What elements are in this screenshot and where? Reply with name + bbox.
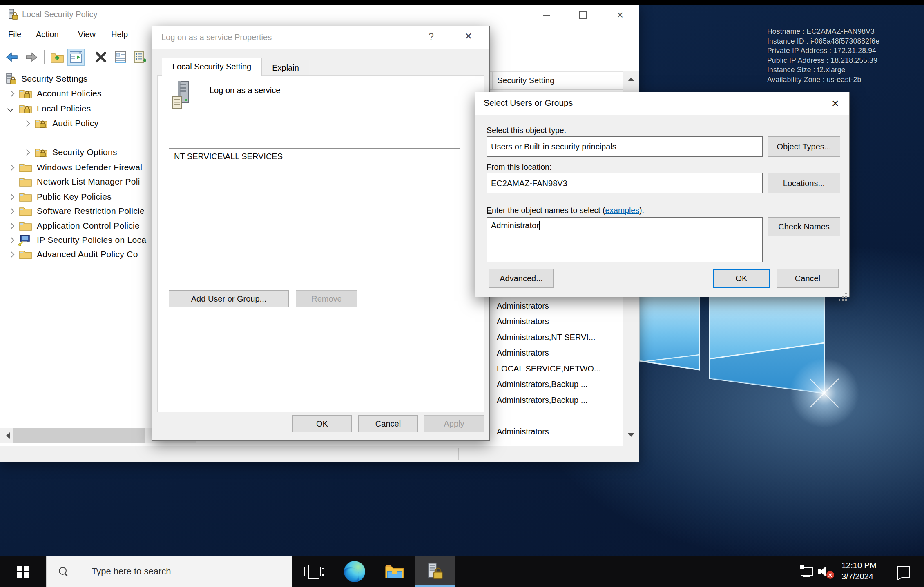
info-private-ip: Private IP Address : 172.31.28.94 bbox=[767, 46, 879, 56]
chevron-right-icon[interactable] bbox=[8, 193, 15, 200]
location-label: From this location: bbox=[487, 162, 551, 172]
menu-view[interactable]: View bbox=[78, 30, 96, 39]
taskbar-clock[interactable]: 12:10 PM 3/7/2024 bbox=[841, 560, 882, 582]
properties-doc-icon bbox=[113, 50, 128, 64]
clock-time: 12:10 PM bbox=[841, 560, 882, 571]
examples-link[interactable]: examples bbox=[605, 206, 639, 215]
chevron-right-icon[interactable] bbox=[8, 222, 15, 229]
column-divider[interactable] bbox=[613, 73, 613, 88]
object-names-label: Enter the object names to select (exampl… bbox=[487, 206, 644, 215]
info-public-ip: Public IP Address : 18.218.255.39 bbox=[767, 56, 879, 66]
object-type-field[interactable]: Users or Built-in security principals bbox=[487, 136, 763, 157]
delete-button[interactable] bbox=[92, 49, 109, 66]
export-list-icon bbox=[133, 50, 147, 64]
column-header-security-setting[interactable]: Security Setting bbox=[492, 72, 554, 89]
resize-grip[interactable] bbox=[845, 293, 847, 294]
cancel-button[interactable]: Cancel bbox=[358, 415, 418, 432]
location-field[interactable]: EC2AMAZ-FAN98V3 bbox=[487, 173, 763, 193]
list-item[interactable]: Administrators bbox=[497, 345, 619, 361]
folder-lock-icon bbox=[34, 118, 48, 129]
start-button[interactable] bbox=[4, 556, 42, 587]
locations-button[interactable]: Locations... bbox=[768, 173, 840, 193]
chevron-right-icon[interactable] bbox=[24, 120, 30, 127]
list-item[interactable]: Administrators bbox=[497, 314, 619, 329]
add-user-or-group-button[interactable]: Add User or Group... bbox=[169, 290, 289, 307]
object-names-input[interactable]: Administrator bbox=[487, 217, 763, 262]
info-instance-size: Instance Size : t2.xlarge bbox=[767, 65, 879, 75]
chevron-right-icon[interactable] bbox=[8, 208, 15, 214]
export-list-button[interactable] bbox=[132, 49, 149, 66]
object-types-button[interactable]: Object Types... bbox=[768, 136, 840, 157]
close-icon[interactable]: × bbox=[832, 97, 839, 109]
forward-button[interactable] bbox=[22, 49, 40, 66]
properties-titlebar[interactable]: Log on as a service Properties ? × bbox=[152, 26, 489, 49]
info-instance-id: Instance ID : i-065a48f5730882f6e bbox=[767, 37, 879, 47]
list-item[interactable]: Administrators bbox=[497, 298, 619, 314]
task-view-button[interactable] bbox=[300, 556, 326, 587]
maximize-button[interactable] bbox=[574, 5, 592, 25]
menu-file[interactable]: File bbox=[8, 30, 21, 39]
lsp-statusbar bbox=[0, 446, 639, 462]
scroll-up-button[interactable] bbox=[623, 71, 639, 87]
top-black-strip bbox=[0, 0, 924, 5]
lsp-window-title: Local Security Policy bbox=[22, 10, 98, 19]
folder-icon bbox=[19, 249, 33, 260]
server-lock-icon bbox=[5, 73, 17, 85]
ok-button[interactable]: OK bbox=[713, 269, 770, 288]
tab-explain[interactable]: Explain bbox=[262, 60, 309, 76]
list-item[interactable]: Administrators,Backup ... bbox=[497, 376, 619, 392]
ok-button[interactable]: OK bbox=[292, 415, 352, 432]
menu-action[interactable]: Action bbox=[36, 30, 59, 39]
scroll-down-button[interactable] bbox=[623, 427, 639, 442]
apply-button[interactable]: Apply bbox=[424, 415, 484, 432]
tab-local-security-setting[interactable]: Local Security Setting bbox=[162, 58, 262, 76]
arrow-up-icon bbox=[628, 78, 634, 81]
show-console-tree-button[interactable] bbox=[67, 49, 85, 66]
action-center-button[interactable] bbox=[896, 556, 914, 587]
menu-help[interactable]: Help bbox=[111, 30, 128, 39]
policy-server-icon bbox=[171, 80, 194, 110]
close-icon[interactable]: × bbox=[465, 30, 472, 42]
taskbar-search[interactable]: Type here to search bbox=[46, 556, 292, 587]
folder-icon bbox=[19, 162, 33, 173]
chevron-right-icon[interactable] bbox=[8, 90, 15, 97]
select-dialog-titlebar[interactable]: Select Users or Groups × bbox=[475, 92, 849, 115]
edge-icon bbox=[344, 561, 365, 582]
properties-button[interactable] bbox=[112, 49, 129, 66]
lsp-taskbar-button[interactable] bbox=[415, 556, 455, 587]
cancel-button[interactable]: Cancel bbox=[777, 269, 839, 288]
remove-button[interactable]: Remove bbox=[296, 290, 357, 307]
chevron-right-icon[interactable] bbox=[8, 251, 15, 258]
help-icon[interactable]: ? bbox=[429, 31, 434, 42]
console-tree-icon bbox=[69, 50, 83, 64]
file-explorer-icon bbox=[385, 563, 404, 580]
properties-dialog-title: Log on as a service Properties bbox=[161, 33, 272, 42]
action-center-icon bbox=[896, 565, 910, 578]
list-item[interactable]: Administrators,Backup ... bbox=[497, 392, 619, 408]
members-listbox[interactable]: NT SERVICE\ALL SERVICES bbox=[169, 148, 460, 285]
chevron-right-icon[interactable] bbox=[8, 237, 15, 243]
member-item[interactable]: NT SERVICE\ALL SERVICES bbox=[169, 149, 460, 161]
search-icon bbox=[59, 567, 68, 576]
file-explorer-button[interactable] bbox=[382, 556, 407, 587]
network-tray-button[interactable] bbox=[800, 556, 816, 587]
minimize-button[interactable] bbox=[537, 5, 556, 25]
lsp-titlebar[interactable]: Local Security Policy × bbox=[0, 5, 639, 25]
back-button[interactable] bbox=[4, 49, 21, 66]
chevron-right-icon[interactable] bbox=[8, 164, 15, 171]
list-item[interactable]: Administrators,NT SERVI... bbox=[497, 329, 619, 345]
list-item[interactable] bbox=[497, 408, 619, 424]
up-one-level-button[interactable] bbox=[49, 49, 66, 66]
instance-info-block: Hostname : EC2AMAZ-FAN98V3 Instance ID :… bbox=[767, 27, 879, 84]
chevron-down-icon[interactable] bbox=[7, 105, 14, 112]
edge-button[interactable] bbox=[341, 556, 368, 587]
check-names-button[interactable]: Check Names bbox=[768, 217, 840, 236]
advanced-button[interactable]: Advanced... bbox=[489, 269, 554, 288]
chevron-right-icon[interactable] bbox=[24, 149, 30, 156]
volume-tray-button[interactable] bbox=[818, 556, 836, 587]
scrollbar-thumb[interactable] bbox=[13, 428, 145, 443]
list-item[interactable]: Administrators bbox=[497, 424, 619, 440]
close-button[interactable]: × bbox=[611, 5, 629, 25]
desktop-screen: Hostname : EC2AMAZ-FAN98V3 Instance ID :… bbox=[0, 0, 924, 587]
list-item[interactable]: LOCAL SERVICE,NETWO... bbox=[497, 361, 619, 377]
